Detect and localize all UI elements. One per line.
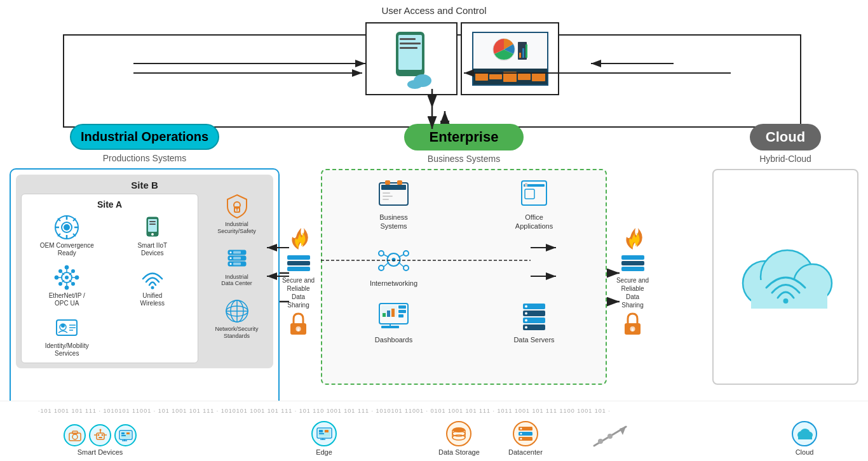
identity-icon [54,315,79,340]
svg-point-142 [101,434,103,436]
business-systems-item: BusinessSystems [330,178,458,231]
industrial-security-label: IndustrialSecurity/Safety [217,221,256,235]
svg-rect-120 [621,267,644,271]
devices-row [365,22,559,95]
svg-point-43 [71,282,75,286]
network-security-item: Network/SecurityStandards [207,298,267,340]
industrial-header: Industrial Operations [70,124,219,150]
data-storage-icon [450,425,468,443]
secure-sharing-right-label: Secure andReliableDataSharing [616,276,649,309]
svg-rect-139 [72,431,78,434]
svg-point-117 [525,326,527,328]
svg-rect-73 [287,255,310,260]
svg-rect-89 [525,183,527,187]
svg-rect-21 [526,44,527,58]
svg-rect-104 [391,309,395,317]
svg-point-51 [61,324,65,328]
unified-wireless-icon-item: UnifiedWireless [112,265,193,307]
svg-rect-103 [387,311,390,317]
oem-icon [54,215,79,240]
cloud-section: Cloud Hybrid-Cloud [712,124,858,385]
svg-rect-118 [621,255,644,260]
top-section: User Access and Control [0,5,868,17]
cloud-bottom-icon-circle [792,421,817,446]
svg-rect-151 [121,435,126,436]
oem-icon-item: OEM ConvergenceReady [27,215,107,257]
data-storage-bottom-label: Data Storage [438,448,480,456]
site-b-label: Site B [21,180,268,190]
enterprise-header: Enterprise [404,124,524,150]
industrial-data-center-item: IndustrialData Center [207,246,267,288]
lock-right-icon [621,312,644,337]
data-sharing-left-icon [286,254,311,273]
svg-line-98 [384,262,389,267]
svg-rect-75 [287,267,310,271]
svg-rect-74 [287,261,310,265]
site-b-right-icons: IndustrialSecurity/Safety [207,194,267,340]
svg-rect-67 [233,262,241,265]
svg-point-114 [525,305,527,307]
svg-point-138 [72,434,78,439]
mobile-device-icon [390,29,434,89]
svg-rect-12 [400,38,416,40]
secure-sharing-left-label: Secure andReliableDataSharing [282,276,315,309]
svg-rect-83 [383,192,390,194]
svg-rect-107 [398,314,403,317]
svg-point-16 [407,80,423,89]
svg-point-42 [58,282,62,286]
svg-rect-19 [519,53,521,58]
flame-right-icon [621,225,644,251]
svg-rect-82 [397,180,402,185]
flame-left-icon [287,225,309,251]
svg-rect-119 [621,261,644,265]
svg-point-180 [607,434,613,439]
network-security-icon [224,298,250,324]
svg-rect-106 [398,310,406,313]
svg-rect-81 [385,180,390,185]
smart-iiot-label: Smart IIoTDevices [137,242,167,257]
cloud-header: Cloud [750,124,821,150]
hmi-icon [119,430,133,441]
empty-grid-cell [470,244,598,288]
hmi-icon-circle [114,424,137,446]
office-applications-icon [517,178,552,210]
svg-point-172 [520,438,522,440]
site-a-label: Site A [27,199,193,210]
svg-point-170 [520,428,522,430]
datacenter-bottom-label: Datacenter [508,448,543,456]
svg-rect-66 [233,257,241,259]
productions-label: Productions Systems [10,153,280,163]
svg-rect-140 [97,433,104,439]
secure-sharing-left: Secure andReliableDataSharing [275,225,322,337]
svg-point-62 [229,251,231,253]
svg-rect-11 [398,35,422,70]
svg-rect-13 [400,43,421,44]
internetworking-item: Internetworking [330,244,458,288]
svg-rect-20 [522,48,524,58]
cloud-box [712,169,858,385]
internetworking-label: Internetworking [370,279,417,288]
internetworking-icon [376,244,411,276]
business-systems-icon [376,178,411,210]
robot-icon [93,429,107,443]
data-storage-icon-circle [446,421,471,446]
svg-rect-158 [319,433,324,434]
svg-point-145 [99,429,101,431]
svg-line-99 [398,262,403,267]
edge-icon [316,427,332,441]
lock-left-icon [287,312,309,337]
svg-point-23 [64,224,70,230]
bottom-data-storage: Data Storage [438,421,480,456]
svg-rect-102 [383,313,386,317]
svg-rect-159 [325,430,329,432]
industrial-security-icon [224,194,250,219]
svg-rect-123 [632,328,634,331]
industrial-data-center-label: IndustrialData Center [221,274,252,288]
svg-point-179 [598,439,603,444]
svg-rect-176 [798,435,812,439]
bottom-cloud: Cloud [792,421,817,456]
enterprise-box: BusinessSystems OfficeApplications [321,169,607,385]
enterprise-section: Enterprise Business Systems [321,124,607,385]
dashboards-item: Dashboards [330,300,458,344]
site-b-box: Site B Site A [16,175,273,368]
